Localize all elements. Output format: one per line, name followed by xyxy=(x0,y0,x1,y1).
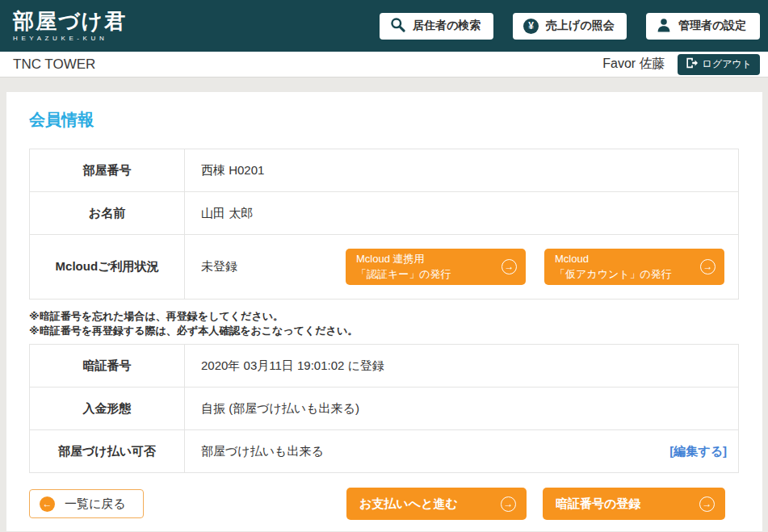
arrow-left-circle-icon: ← xyxy=(40,496,55,512)
content-panel: 会員情報 部屋番号 西棟 H0201 お名前 山田 太郎 Mcloudご利用状況… xyxy=(6,92,762,531)
person-icon xyxy=(657,18,671,35)
row-value: 山田 太郎 xyxy=(185,192,739,235)
nav-button-label: 居住者の検索 xyxy=(413,19,481,33)
proceed-to-payment-button[interactable]: お支払いへと進む → xyxy=(346,488,527,520)
table-row-deposit-type: 入金形態 自振 (部屋づけ払いも出来る) xyxy=(30,387,739,430)
footer-actions: ← 一覧に戻る お支払いへと進む → 暗証番号の登録 → xyxy=(29,488,739,520)
table-row-room-number: 部屋番号 西棟 H0201 xyxy=(30,149,739,192)
mcloud-temp-account-issue-button[interactable]: Mcloud 「仮アカウント」の発行 → xyxy=(544,249,724,285)
app-logo-subtitle: HEYAZUKE-KUN xyxy=(13,35,127,42)
member-info-table: 部屋番号 西棟 H0201 お名前 山田 太郎 Mcloudご利用状況 未登録 xyxy=(29,149,739,300)
pin-notes: ※暗証番号を忘れた場合は、再登録をしてください。 ※暗証番号を再登録する際は、必… xyxy=(29,309,739,338)
button-label: お支払いへと進む xyxy=(359,496,501,512)
note-line: ※暗証番号を忘れた場合は、再登録をしてください。 xyxy=(29,309,739,324)
table-row-name: お名前 山田 太郎 xyxy=(30,192,739,235)
mcloud-button-group: Mcloud 連携用 「認証キー」の発行 → Mcloud 「仮アカウント」の発… xyxy=(346,249,738,285)
page: 部屋づけ君 HEYAZUKE-KUN 居住者の検索 ¥ 売上げの照会 管理者の設… xyxy=(0,0,768,532)
row-label: お名前 xyxy=(30,192,185,235)
row-value: 西棟 H0201 xyxy=(185,149,739,192)
table-row-heyazuke-payment: 部屋づけ払い可否 部屋づけ払いも出来る [編集する] xyxy=(30,430,739,473)
row-value-cell: 未登録 Mcloud 連携用 「認証キー」の発行 → xyxy=(185,235,739,300)
header-nav: 居住者の検索 ¥ 売上げの照会 管理者の設定 xyxy=(380,13,760,40)
button-label: 暗証番号の登録 xyxy=(556,496,699,512)
building-name: TNC TOWER xyxy=(13,57,95,73)
app-logo-title: 部屋づけ君 xyxy=(13,10,127,33)
nav-sales-inquiry-button[interactable]: ¥ 売上げの照会 xyxy=(513,13,627,40)
app-logo[interactable]: 部屋づけ君 HEYAZUKE-KUN xyxy=(13,10,127,42)
nav-resident-search-button[interactable]: 居住者の検索 xyxy=(380,13,493,40)
row-label: Mcloudご利用状況 xyxy=(30,235,185,300)
arrow-right-circle-icon: → xyxy=(501,496,516,512)
row-label: 入金形態 xyxy=(30,387,185,430)
subheader-right: Favor 佐藤 ログアウト xyxy=(602,54,760,75)
pin-payment-table: 暗証番号 2020年 03月11日 19:01:02 に登録 入金形態 自振 (… xyxy=(29,344,739,473)
row-label: 部屋づけ払い可否 xyxy=(30,430,185,473)
table-row-mcloud-status: Mcloudご利用状況 未登録 Mcloud 連携用 「認証キー」の発行 xyxy=(30,235,739,300)
row-value: 自振 (部屋づけ払いも出来る) xyxy=(185,387,739,430)
table-row-pin: 暗証番号 2020年 03月11日 19:01:02 に登録 xyxy=(30,345,739,387)
search-icon xyxy=(390,17,405,35)
arrow-right-circle-icon: → xyxy=(700,259,716,274)
yen-icon: ¥ xyxy=(523,19,539,34)
page-body: 会員情報 部屋番号 西棟 H0201 お名前 山田 太郎 Mcloudご利用状況… xyxy=(0,77,768,531)
pin-register-button[interactable]: 暗証番号の登録 → xyxy=(543,488,725,520)
button-label: Mcloud 「仮アカウント」の発行 xyxy=(555,252,700,283)
back-to-list-button[interactable]: ← 一覧に戻る xyxy=(29,489,144,518)
row-label: 暗証番号 xyxy=(30,345,185,387)
logout-label: ログアウト xyxy=(703,57,752,71)
nav-admin-settings-button[interactable]: 管理者の設定 xyxy=(646,13,760,40)
arrow-right-circle-icon: → xyxy=(502,259,517,274)
button-label: 一覧に戻る xyxy=(65,496,126,512)
page-title: 会員情報 xyxy=(29,109,739,131)
nav-button-label: 管理者の設定 xyxy=(678,19,746,33)
app-header: 部屋づけ君 HEYAZUKE-KUN 居住者の検索 ¥ 売上げの照会 管理者の設… xyxy=(0,0,768,52)
arrow-right-circle-icon: → xyxy=(699,496,715,512)
row-label: 部屋番号 xyxy=(30,149,185,192)
logout-button[interactable]: ログアウト xyxy=(678,54,760,75)
mcloud-status-value: 未登録 xyxy=(201,259,237,274)
sub-header: TNC TOWER Favor 佐藤 ログアウト xyxy=(0,52,768,77)
button-label: Mcloud 連携用 「認証キー」の発行 xyxy=(356,252,502,283)
logout-icon xyxy=(686,57,698,71)
note-line: ※暗証番号を再登録する際は、必ず本人確認をおこなってください。 xyxy=(29,324,739,338)
payment-availability-value: 部屋づけ払いも出来る xyxy=(201,444,324,459)
row-value: 2020年 03月11日 19:01:02 に登録 xyxy=(185,345,739,387)
mcloud-auth-key-issue-button[interactable]: Mcloud 連携用 「認証キー」の発行 → xyxy=(346,249,526,285)
nav-button-label: 売上げの照会 xyxy=(546,19,615,33)
user-name: Favor 佐藤 xyxy=(602,56,665,73)
edit-link[interactable]: [編集する] xyxy=(669,444,738,459)
row-value-cell: 部屋づけ払いも出来る [編集する] xyxy=(185,430,739,473)
